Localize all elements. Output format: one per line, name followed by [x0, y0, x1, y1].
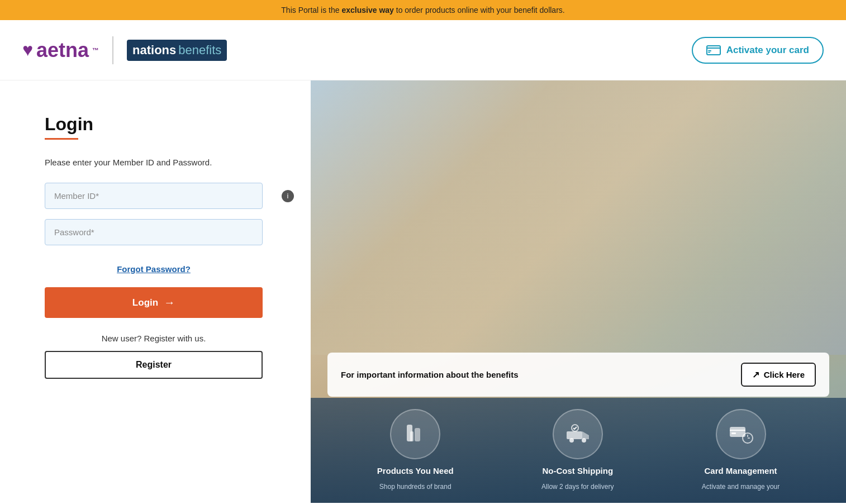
register-button[interactable]: Register — [45, 351, 263, 379]
click-here-button[interactable]: ↗ Click Here — [741, 363, 816, 387]
card-management-circle — [716, 409, 766, 459]
shipping-circle — [553, 409, 603, 459]
banner-text: This Portal is the exclusive way to orde… — [281, 6, 564, 15]
svg-rect-7 — [567, 431, 582, 439]
svg-rect-2 — [708, 50, 711, 51]
svg-marker-8 — [582, 431, 589, 439]
products-desc: Shop hundreds of brand — [379, 482, 451, 492]
login-panel: Login Please enter your Member ID and Pa… — [0, 80, 311, 503]
svg-rect-6 — [410, 431, 414, 441]
aetna-wordmark: aetna — [36, 39, 89, 62]
feature-products: Products You Need Shop hundreds of brand — [377, 409, 454, 492]
products-title: Products You Need — [377, 466, 454, 476]
logo-group: ♥ aetna™ nations benefits — [22, 36, 227, 64]
hero-photo — [311, 80, 846, 355]
top-banner: This Portal is the exclusive way to orde… — [0, 0, 846, 20]
click-here-label: Click Here — [764, 370, 805, 379]
products-circle — [390, 409, 440, 459]
right-panel: For important information about the bene… — [311, 80, 846, 503]
svg-rect-5 — [415, 428, 420, 441]
svg-rect-14 — [731, 432, 736, 434]
main-content: Login Please enter your Member ID and Pa… — [0, 80, 846, 503]
password-field-group — [45, 219, 277, 245]
member-id-info-icon[interactable]: i — [282, 190, 294, 202]
login-button[interactable]: Login → — [45, 287, 263, 318]
info-bar: For important information about the bene… — [327, 353, 829, 397]
shipping-desc: Allow 2 days for delivery — [541, 482, 614, 492]
aetna-heart-icon: ♥ — [22, 40, 33, 60]
forgot-password-link[interactable]: Forgot Password? — [45, 264, 263, 274]
svg-point-10 — [582, 438, 586, 443]
login-subtitle: Please enter your Member ID and Password… — [45, 158, 277, 167]
feature-shipping: No-Cost Shipping Allow 2 days for delive… — [541, 409, 614, 492]
feature-circles: Products You Need Shop hundreds of brand… — [311, 398, 846, 503]
feature-card-management: Card Management Activate and manage your — [702, 409, 780, 492]
card-management-icon — [727, 420, 755, 448]
aetna-tm: ™ — [92, 46, 99, 54]
products-icon — [401, 420, 429, 448]
login-arrow-icon: → — [164, 296, 175, 309]
aetna-logo: ♥ aetna™ — [22, 39, 99, 62]
header: ♥ aetna™ nations benefits Activate your … — [0, 20, 846, 80]
info-bar-text: For important information about the bene… — [341, 370, 519, 379]
svg-rect-3 — [708, 52, 710, 53]
shipping-icon — [564, 420, 592, 448]
member-id-input[interactable] — [45, 183, 263, 209]
login-button-label: Login — [132, 297, 158, 308]
shipping-title: No-Cost Shipping — [542, 466, 613, 476]
register-section: New user? Register with us. Register — [45, 334, 263, 379]
external-link-icon: ↗ — [752, 369, 759, 380]
card-icon — [706, 45, 721, 55]
card-management-title: Card Management — [705, 466, 777, 476]
new-user-text: New user? Register with us. — [45, 334, 263, 343]
logo-divider — [112, 36, 113, 64]
login-title: Login — [45, 114, 277, 135]
benefits-wordmark: benefits — [178, 43, 221, 58]
password-input[interactable] — [45, 219, 263, 245]
activate-card-button[interactable]: Activate your card — [692, 37, 824, 64]
activate-card-label: Activate your card — [726, 45, 809, 56]
login-title-underline — [45, 138, 78, 140]
svg-point-9 — [569, 438, 574, 443]
member-id-field-group: i — [45, 183, 277, 209]
card-management-desc: Activate and manage your — [702, 482, 780, 492]
nations-benefits-logo: nations benefits — [127, 40, 227, 61]
nations-wordmark: nations — [132, 43, 176, 58]
